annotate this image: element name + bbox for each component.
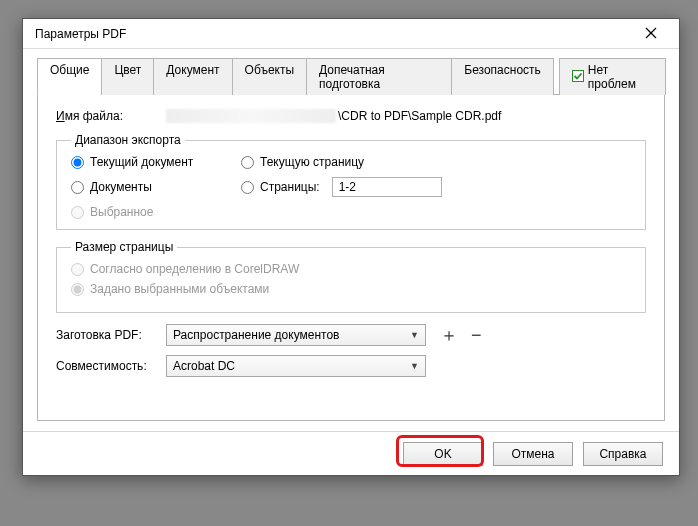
tab-strip: Общие Цвет Документ Объекты Допечатная п… bbox=[37, 57, 665, 95]
content-area: Общие Цвет Документ Объекты Допечатная п… bbox=[23, 49, 679, 431]
pages-input[interactable] bbox=[332, 177, 442, 197]
tab-status[interactable]: Нет проблем bbox=[559, 58, 666, 95]
preset-label: Заготовка PDF: bbox=[56, 328, 166, 342]
cancel-button[interactable]: Отмена bbox=[493, 442, 573, 466]
svg-rect-2 bbox=[572, 70, 583, 81]
check-icon bbox=[572, 70, 584, 85]
export-range-legend: Диапазон экспорта bbox=[71, 133, 185, 147]
compat-label: Совместимость: bbox=[56, 359, 166, 373]
radio-current-doc-input[interactable] bbox=[71, 156, 84, 169]
filename-label: Имя файла: bbox=[56, 109, 166, 123]
tab-security[interactable]: Безопасность bbox=[451, 58, 554, 95]
tab-status-label: Нет проблем bbox=[588, 63, 653, 91]
radio-selection: Выбранное bbox=[71, 205, 241, 219]
ok-button[interactable]: OK bbox=[403, 442, 483, 466]
radio-documents-input[interactable] bbox=[71, 181, 84, 194]
radio-pages-input[interactable] bbox=[241, 181, 254, 194]
compat-value: Acrobat DC bbox=[173, 359, 235, 373]
radio-current-doc[interactable]: Текущий документ bbox=[71, 155, 241, 169]
tab-general[interactable]: Общие bbox=[37, 58, 102, 95]
close-button[interactable] bbox=[631, 20, 671, 48]
preset-value: Распространение документов bbox=[173, 328, 340, 342]
button-bar: OK Отмена Справка bbox=[23, 431, 679, 475]
window-title: Параметры PDF bbox=[35, 27, 631, 41]
radio-selection-input bbox=[71, 206, 84, 219]
tab-color[interactable]: Цвет bbox=[101, 58, 154, 95]
preset-row: Заготовка PDF: Распространение документо… bbox=[56, 323, 646, 347]
chevron-down-icon: ▼ bbox=[410, 361, 419, 371]
export-range-group: Диапазон экспорта Текущий документ Текущ… bbox=[56, 133, 646, 230]
tab-prepress[interactable]: Допечатная подготовка bbox=[306, 58, 452, 95]
page-size-group: Размер страницы Согласно определению в C… bbox=[56, 240, 646, 313]
page-size-legend: Размер страницы bbox=[71, 240, 177, 254]
radio-size-objects-input bbox=[71, 283, 84, 296]
radio-pages-row: Страницы: bbox=[241, 177, 631, 197]
tab-document[interactable]: Документ bbox=[153, 58, 232, 95]
help-button[interactable]: Справка bbox=[583, 442, 663, 466]
tab-panel-general: Имя файла: \CDR to PDF\Sample CDR.pdf Ди… bbox=[37, 95, 665, 421]
pdf-settings-dialog: Параметры PDF Общие Цвет Документ Объект… bbox=[22, 18, 680, 476]
preset-select[interactable]: Распространение документов ▼ bbox=[166, 324, 426, 346]
radio-size-coreldraw: Согласно определению в CorelDRAW bbox=[71, 262, 631, 276]
radio-size-objects: Задано выбранными объектами bbox=[71, 282, 631, 296]
radio-current-page-input[interactable] bbox=[241, 156, 254, 169]
filename-row: Имя файла: \CDR to PDF\Sample CDR.pdf bbox=[56, 109, 646, 123]
radio-documents[interactable]: Документы bbox=[71, 180, 241, 194]
compat-select[interactable]: Acrobat DC ▼ bbox=[166, 355, 426, 377]
compat-row: Совместимость: Acrobat DC ▼ bbox=[56, 355, 646, 377]
filename-redacted bbox=[166, 109, 336, 123]
chevron-down-icon: ▼ bbox=[410, 330, 419, 340]
radio-size-coreldraw-input bbox=[71, 263, 84, 276]
preset-add-remove[interactable]: ＋ − bbox=[440, 323, 486, 347]
filename-suffix: \CDR to PDF\Sample CDR.pdf bbox=[338, 109, 501, 123]
filename-value: \CDR to PDF\Sample CDR.pdf bbox=[166, 109, 646, 123]
close-icon bbox=[645, 25, 657, 43]
radio-current-page[interactable]: Текущую страницу bbox=[241, 155, 631, 169]
radio-pages[interactable]: Страницы: bbox=[241, 180, 320, 194]
titlebar: Параметры PDF bbox=[23, 19, 679, 49]
tab-objects[interactable]: Объекты bbox=[232, 58, 308, 95]
